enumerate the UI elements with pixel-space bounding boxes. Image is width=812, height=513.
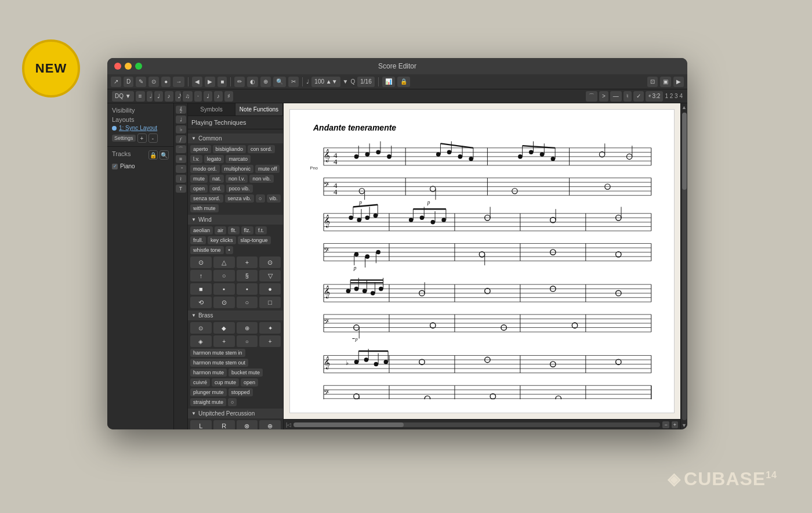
wind-sym-13[interactable]: ⟲ — [190, 297, 212, 308]
tag-mute-off[interactable]: mute off — [255, 165, 280, 173]
brass-sym-5[interactable]: ◈ — [190, 335, 212, 347]
brass-sym-2[interactable]: ◆ — [213, 322, 235, 334]
icon-time[interactable]: ♩ — [176, 115, 186, 124]
sub-dash-btn[interactable]: — — [610, 91, 622, 102]
tag-modo-ord[interactable]: modo ord. — [190, 165, 220, 173]
tag-cuivre[interactable]: cuivré — [190, 378, 210, 386]
layout-link[interactable]: 1: Sync Layout — [119, 125, 157, 131]
add-layout-button[interactable]: + — [137, 133, 147, 143]
tag-aperto[interactable]: aperto — [190, 145, 211, 153]
wind-sym-14[interactable]: ⊙ — [213, 297, 235, 308]
wind-sym-1[interactable]: ⊙ — [190, 256, 212, 268]
tag-with-mute[interactable]: with mute — [190, 204, 219, 212]
tag-bullet[interactable]: • — [226, 246, 233, 254]
tag-non-vib[interactable]: non vib. — [249, 175, 274, 183]
tb-expand-btn[interactable]: ▶ — [673, 77, 684, 87]
tag-mute[interactable]: mute — [190, 175, 208, 183]
lock-tracks-button[interactable]: 🔒 — [148, 150, 158, 160]
wind-sym-6[interactable]: ○ — [213, 270, 235, 281]
sub-sharp-btn[interactable]: ♯ — [224, 91, 233, 102]
sub-note5-btn[interactable]: ♫ — [183, 91, 193, 102]
tb-dot-btn[interactable]: ● — [161, 77, 171, 87]
tag-slap-tongue[interactable]: slap-tongue — [238, 236, 271, 244]
tag-stopped[interactable]: stopped — [229, 388, 253, 396]
icon-rest[interactable]: 𝄻 — [176, 165, 186, 173]
tb-stats-btn[interactable]: 📊 — [382, 77, 395, 87]
icon-trem[interactable]: ≀ — [176, 175, 186, 183]
maximize-button[interactable] — [135, 63, 142, 70]
wind-sym-2[interactable]: △ — [213, 256, 235, 268]
tag-con-sord[interactable]: con sord. — [248, 145, 275, 153]
track-checkbox-piano[interactable]: ✓ — [112, 164, 118, 169]
icon-key[interactable]: ♭ — [176, 125, 186, 133]
horizontal-scrollbar[interactable] — [293, 422, 660, 427]
tag-bisbigliando[interactable]: bisbigliando — [213, 145, 246, 153]
sub-note7-btn[interactable]: ♪ — [214, 91, 223, 102]
wind-sym-16[interactable]: □ — [259, 297, 281, 308]
vertical-scrollbar-track[interactable] — [682, 113, 687, 420]
search-tracks-button[interactable]: 🔍 — [160, 150, 169, 160]
tag-cup-mute[interactable]: cup mute — [212, 378, 239, 386]
icon-text[interactable]: T — [176, 185, 186, 193]
brass-sym-6[interactable]: + — [213, 335, 235, 347]
tempo-value[interactable]: 100 ▲▼ — [311, 77, 340, 87]
sub-gt-btn[interactable]: > — [599, 91, 608, 102]
tag-harmon-stem-in[interactable]: harmon mute stem in — [190, 349, 245, 357]
icon-clef[interactable]: 𝄞 — [176, 106, 186, 114]
tb-pencil-btn[interactable]: ✏ — [234, 77, 245, 87]
tag-straight-mute[interactable]: straight mute — [190, 398, 226, 406]
wind-sym-12[interactable]: ● — [259, 283, 281, 295]
tag-legato[interactable]: legato — [204, 155, 224, 163]
sub-note2-btn[interactable]: ♩ — [154, 91, 163, 102]
tag-frull[interactable]: frull. — [190, 236, 206, 244]
sub-time-btn[interactable]: 𝄴 3:2 — [646, 91, 664, 102]
tb-prev-btn[interactable]: ◀ — [192, 77, 202, 87]
tb-add-btn[interactable]: ⊕ — [260, 77, 271, 87]
tb-circle-btn[interactable]: ⊙ — [148, 77, 159, 87]
tag-ft[interactable]: f.t. — [255, 226, 267, 234]
tb-play-btn[interactable]: ▶ — [205, 77, 215, 87]
zoom-in-btn[interactable]: + — [672, 421, 678, 428]
brass-sym-7[interactable]: ○ — [237, 335, 258, 347]
tag-non-lv[interactable]: non l.v. — [226, 175, 248, 183]
tag-plunger-mute[interactable]: plunger mute — [190, 388, 227, 396]
wind-sym-4[interactable]: ⊙ — [259, 256, 281, 268]
tag-flz[interactable]: flz. — [241, 226, 254, 234]
tag-open[interactable]: open — [190, 185, 208, 193]
wind-sym-3[interactable]: + — [237, 256, 258, 268]
wind-sym-10[interactable]: ▪ — [213, 283, 235, 295]
tag-whistle-tone[interactable]: whistle tone — [190, 246, 224, 254]
sub-note6-btn[interactable]: ♩ — [204, 91, 212, 102]
tb-edit-btn[interactable]: ✎ — [136, 77, 146, 87]
tb-cut-btn[interactable]: ✂ — [288, 77, 299, 87]
brass-sym-4[interactable]: ✦ — [259, 322, 281, 334]
wind-sym-5[interactable]: ↑ — [190, 270, 212, 281]
tag-ord[interactable]: ord. — [209, 185, 224, 193]
tag-lv[interactable]: l.v. — [190, 155, 202, 163]
tag-harmon-mute[interactable]: harmon mute — [190, 369, 227, 377]
tb-panel-btn[interactable]: ▣ — [660, 77, 671, 87]
scroll-up-btn[interactable]: ▲ — [680, 103, 687, 111]
tag-multiphonic[interactable]: multiphonic — [222, 165, 254, 173]
minimize-button[interactable] — [125, 63, 132, 70]
quantize-value[interactable]: 1/16 — [357, 77, 374, 87]
tag-flt[interactable]: flt. — [228, 226, 240, 234]
tag-key-clicks[interactable]: key clicks — [208, 236, 236, 244]
tb-zoom-btn[interactable]: 🔍 — [273, 77, 286, 87]
tag-harmon-stem-out[interactable]: harmon mute stem out — [190, 359, 248, 367]
tag-senza-vib[interactable]: senza vib. — [225, 194, 255, 203]
tb-lock-btn[interactable]: 🔒 — [397, 77, 410, 87]
tb-arrow-btn[interactable]: ↗ — [111, 77, 121, 87]
sub-note1-btn[interactable]: 𝅗𝅥 — [147, 91, 153, 102]
tag-circle-brass[interactable]: ○ — [228, 398, 237, 406]
tag-circle[interactable]: ○ — [256, 194, 264, 203]
brass-sym-3[interactable]: ⊕ — [237, 322, 258, 334]
settings-button[interactable]: Settings — [112, 135, 136, 142]
sub-dot-btn[interactable]: · — [194, 91, 202, 102]
sub-note3-btn[interactable]: ♪ — [165, 91, 173, 102]
unp-sym-x[interactable]: ⊗ — [237, 420, 258, 429]
tb-arrow2-btn[interactable]: → — [173, 77, 184, 87]
wind-sym-8[interactable]: ▽ — [259, 270, 281, 281]
brass-sym-8[interactable]: + — [259, 335, 281, 347]
icon-beam[interactable]: ≡ — [176, 155, 186, 163]
